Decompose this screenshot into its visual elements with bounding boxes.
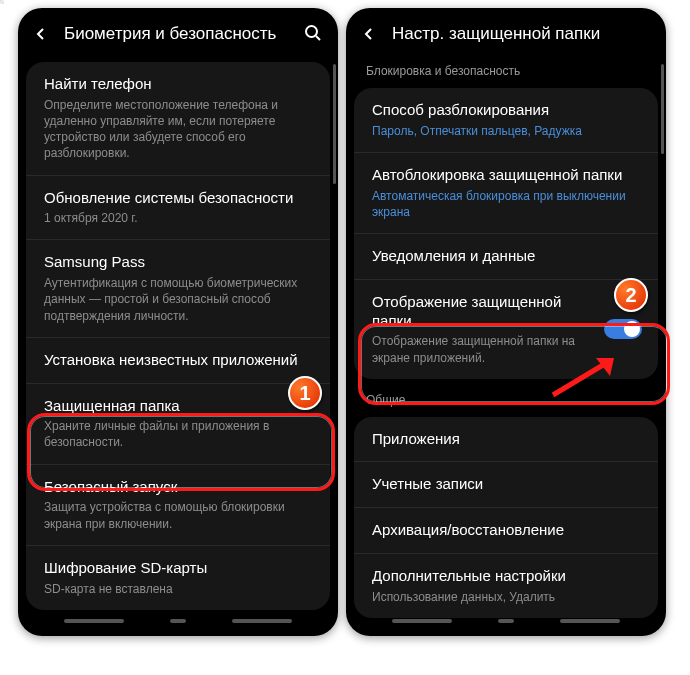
item-security-update[interactable]: Обновление системы безопасности 1 октябр…	[26, 175, 330, 240]
item-subtitle: 1 октября 2020 г.	[44, 210, 312, 226]
item-autolock[interactable]: Автоблокировка защищенной папки Автомати…	[354, 152, 658, 233]
item-unknown-apps[interactable]: Установка неизвестных приложений	[26, 337, 330, 383]
item-title: Учетные записи	[372, 475, 640, 494]
item-title: Шифрование SD-карты	[44, 559, 312, 578]
item-unlock-method[interactable]: Способ разблокирования Пароль, Отпечатки…	[354, 88, 658, 152]
item-samsung-pass[interactable]: Samsung Pass Аутентификация с помощью би…	[26, 239, 330, 336]
nav-home[interactable]	[498, 619, 514, 623]
phone-right: Настр. защищенной папки Блокировка и без…	[346, 8, 666, 636]
item-title: Автоблокировка защищенной папки	[372, 166, 640, 185]
item-title: Архивация/восстановление	[372, 521, 640, 540]
nav-back[interactable]	[560, 619, 620, 623]
item-subtitle: Автоматическая блокировка при выключении…	[372, 188, 640, 220]
nav-bar	[18, 612, 338, 630]
item-encrypt-sd[interactable]: Шифрование SD-карты SD-карта не вставлен…	[26, 545, 330, 610]
item-title: Samsung Pass	[44, 253, 312, 272]
item-secure-folder[interactable]: Защищенная папка Храните личные файлы и …	[26, 383, 330, 464]
nav-recent[interactable]	[64, 619, 124, 623]
item-title: Защищенная папка	[44, 397, 312, 416]
search-icon[interactable]	[304, 24, 324, 44]
item-subtitle: Аутентификация с помощью биометрических …	[44, 275, 312, 324]
nav-recent[interactable]	[392, 619, 452, 623]
item-subtitle: Защита устройства с помощью блокировки э…	[44, 499, 312, 531]
item-title: Обновление системы безопасности	[44, 189, 312, 208]
page-title: Биометрия и безопасность	[64, 24, 290, 44]
phone-left: Биометрия и безопасность Найти телефон О…	[18, 8, 338, 636]
nav-home[interactable]	[170, 619, 186, 623]
item-title: Способ разблокирования	[372, 101, 640, 120]
item-additional-settings[interactable]: Дополнительные настройки Использование д…	[354, 553, 658, 618]
section-header: Блокировка и безопасность	[346, 56, 666, 82]
item-accounts[interactable]: Учетные записи	[354, 461, 658, 507]
item-subtitle: Определите местоположение телефона и уда…	[44, 97, 312, 162]
item-title: Уведомления и данные	[372, 247, 640, 266]
item-title: Приложения	[372, 430, 640, 449]
item-backup-restore[interactable]: Архивация/восстановление	[354, 507, 658, 553]
item-title: Дополнительные настройки	[372, 567, 640, 586]
callout-badge-1: 1	[288, 376, 322, 410]
item-apps[interactable]: Приложения	[354, 417, 658, 462]
arrow-icon	[548, 350, 623, 400]
item-title: Установка неизвестных приложений	[44, 351, 312, 370]
item-title: Безопасный запуск	[44, 478, 312, 497]
page-title: Настр. защищенной папки	[392, 24, 652, 44]
item-title: Отображение защищенной папки	[372, 293, 640, 331]
svg-point-0	[306, 26, 317, 37]
item-subtitle: SD-карта не вставлена	[44, 581, 312, 597]
topbar: Биометрия и безопасность	[18, 8, 338, 56]
scrollbar[interactable]	[333, 64, 336, 184]
item-secure-startup[interactable]: Безопасный запуск Защита устройства с по…	[26, 464, 330, 545]
settings-list: Найти телефон Определите местоположение …	[18, 56, 338, 636]
topbar: Настр. защищенной папки	[346, 8, 666, 56]
back-icon[interactable]	[360, 25, 378, 43]
item-find-phone[interactable]: Найти телефон Определите местоположение …	[26, 62, 330, 175]
callout-badge-2: 2	[614, 278, 648, 312]
nav-back[interactable]	[232, 619, 292, 623]
scrollbar[interactable]	[661, 64, 664, 154]
nav-bar	[346, 612, 666, 630]
settings-list: Блокировка и безопасность Способ разблок…	[346, 56, 666, 636]
toggle-switch[interactable]	[604, 319, 642, 339]
item-title: Найти телефон	[44, 75, 312, 94]
item-subtitle: Храните личные файлы и приложения в безо…	[44, 418, 312, 450]
item-subtitle: Пароль, Отпечатки пальцев, Радужка	[372, 123, 640, 139]
back-icon[interactable]	[32, 25, 50, 43]
item-notifications-data[interactable]: Уведомления и данные	[354, 233, 658, 279]
item-subtitle: Использование данных, Удалить	[372, 589, 640, 605]
